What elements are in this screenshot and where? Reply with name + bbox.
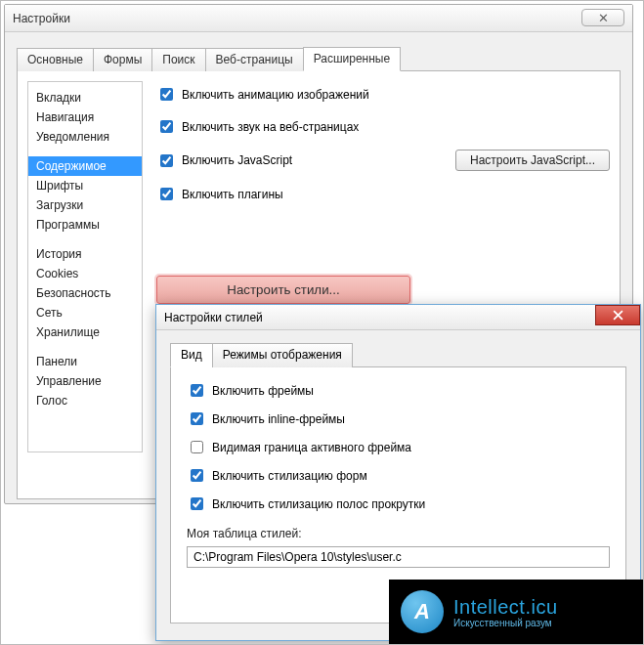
- close-icon: [613, 310, 623, 321]
- watermark-line2: Искусственный разум: [453, 618, 558, 628]
- checkbox-visible-frame-border[interactable]: [191, 441, 203, 453]
- checkbox-sound-web[interactable]: [160, 120, 173, 133]
- sidebar-item-voice[interactable]: Голос: [28, 391, 142, 410]
- dialog-tabs: Вид Режимы отображения: [170, 342, 626, 367]
- stylesheet-label: Моя таблица стилей:: [187, 527, 610, 540]
- window-title: Настройки: [13, 12, 70, 25]
- tab-advanced[interactable]: Расширенные: [303, 47, 402, 71]
- configure-javascript-button[interactable]: Настроить JavaScript...: [455, 150, 610, 171]
- checkbox-scrollbar-styling[interactable]: [191, 497, 203, 510]
- close-button[interactable]: ✕: [581, 9, 624, 26]
- label-javascript: Включить JavaScript: [182, 153, 292, 167]
- watermark-text: Intellect.icu Искусственный разум: [453, 596, 558, 628]
- checkbox-javascript[interactable]: [160, 154, 173, 167]
- watermark-line1: Intellect.icu: [453, 596, 558, 618]
- checkbox-plugins[interactable]: [160, 188, 173, 200]
- dialog-title: Настройки стилей: [164, 311, 263, 324]
- label-enable-inline-frames: Включить inline-фреймы: [212, 412, 345, 426]
- tab-view[interactable]: Вид: [170, 343, 213, 367]
- sidebar-item-storage[interactable]: Хранилище: [28, 322, 142, 342]
- configure-styles-button[interactable]: Настроить стили...: [156, 276, 410, 304]
- sidebar-item-network[interactable]: Сеть: [28, 303, 142, 322]
- watermark: A Intellect.icu Искусственный разум: [389, 580, 643, 644]
- checkbox-enable-inline-frames[interactable]: [191, 412, 203, 425]
- sidebar-item-panels[interactable]: Панели: [28, 352, 142, 371]
- checkbox-form-styling[interactable]: [191, 469, 203, 482]
- sidebar-item-security[interactable]: Безопасность: [28, 283, 142, 303]
- label-visible-frame-border: Видимая граница активного фрейма: [212, 441, 411, 454]
- sidebar-item-history[interactable]: История: [28, 244, 142, 264]
- tab-search[interactable]: Поиск: [151, 48, 205, 71]
- label-plugins: Включить плагины: [182, 188, 283, 201]
- stylesheet-path-input[interactable]: [187, 546, 610, 568]
- label-image-animation: Включить анимацию изображений: [182, 88, 369, 102]
- tab-display-modes[interactable]: Режимы отображения: [212, 343, 353, 367]
- titlebar[interactable]: Настройки ✕: [5, 5, 632, 32]
- sidebar-item-notifications[interactable]: Уведомления: [28, 127, 142, 147]
- tab-main[interactable]: Основные: [17, 48, 94, 71]
- sidebar-item-tabs[interactable]: Вкладки: [28, 88, 142, 108]
- main-tabs: Основные Формы Поиск Веб-страницы Расшир…: [17, 46, 621, 71]
- tab-webpages[interactable]: Веб-страницы: [205, 48, 304, 71]
- dialog-close-button[interactable]: [595, 305, 640, 325]
- close-icon: ✕: [598, 11, 609, 25]
- tab-forms[interactable]: Формы: [93, 48, 152, 71]
- label-enable-frames: Включить фреймы: [212, 384, 314, 398]
- sidebar-item-programs[interactable]: Программы: [28, 215, 142, 235]
- sidebar-item-fonts[interactable]: Шрифты: [28, 176, 142, 195]
- sidebar-item-management[interactable]: Управление: [28, 371, 142, 391]
- label-scrollbar-styling: Включить стилизацию полос прокрутки: [212, 497, 425, 511]
- sidebar-item-content[interactable]: Содержимое: [28, 156, 142, 176]
- checkbox-enable-frames[interactable]: [191, 384, 203, 397]
- sidebar-item-navigation[interactable]: Навигация: [28, 108, 142, 127]
- dialog-titlebar[interactable]: Настройки стилей: [156, 305, 640, 330]
- sidebar-item-cookies[interactable]: Cookies: [28, 264, 142, 283]
- label-sound-web: Включить звук на веб-страницах: [182, 120, 359, 134]
- label-form-styling: Включить стилизацию форм: [212, 469, 367, 483]
- sidebar: Вкладки Навигация Уведомления Содержимое…: [27, 81, 143, 452]
- watermark-badge-icon: A: [401, 590, 444, 633]
- sidebar-item-downloads[interactable]: Загрузки: [28, 195, 142, 215]
- checkbox-image-animation[interactable]: [160, 88, 173, 101]
